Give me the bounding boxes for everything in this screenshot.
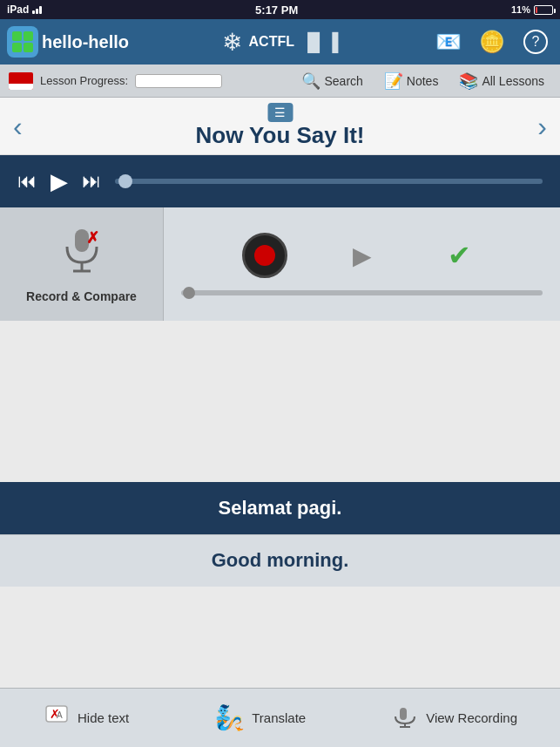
notes-label: Notes [407, 74, 439, 88]
svg-rect-1 [24, 31, 33, 41]
toolbar: Lesson Progress: 0% 🔍 Search 📝 Notes 📚 A… [0, 65, 560, 98]
main-content [0, 321, 560, 482]
audio-track[interactable] [115, 179, 543, 184]
record-controls: ▶ ✔ [164, 207, 560, 321]
progress-bar-wrapper [135, 74, 222, 88]
logo-text: hello-hello [42, 32, 129, 52]
envelope-button[interactable]: 📧 [431, 24, 466, 59]
svg-text:✗: ✗ [86, 229, 99, 247]
menu-icon[interactable]: ☰ [267, 103, 293, 122]
lessons-icon: 📚 [459, 71, 478, 91]
record-slider[interactable] [181, 290, 543, 295]
view-recording-button[interactable]: View Recording [391, 701, 517, 735]
hide-text-button[interactable]: ✗ A Hide text [43, 701, 129, 735]
play-button[interactable]: ▶ [51, 168, 68, 195]
fast-forward-button[interactable]: ⏭ [82, 170, 101, 193]
prev-button[interactable]: ‹ [13, 111, 23, 143]
help-button[interactable]: ? [518, 24, 553, 59]
bars-icon: ▐▌▐ [301, 32, 339, 52]
svg-rect-11 [400, 708, 407, 720]
next-button[interactable]: › [537, 111, 547, 143]
svg-text:A: A [57, 710, 63, 720]
secondary-phrase: Good morning. [212, 549, 349, 572]
record-compare-label: Record & Compare [26, 289, 137, 303]
all-lessons-button[interactable]: 📚 All Lessons [452, 68, 551, 94]
content-header: ☰ ‹ Now You Say It! › [0, 98, 560, 155]
carrier-text: iPad [7, 3, 29, 16]
record-slider-thumb [183, 287, 195, 299]
svg-rect-3 [24, 43, 33, 52]
coins-button[interactable]: 🪙 [475, 24, 509, 59]
search-button[interactable]: 🔍 Search [294, 68, 369, 94]
progress-bar [135, 74, 222, 88]
search-icon: 🔍 [301, 71, 320, 91]
record-button[interactable] [242, 233, 287, 278]
wifi-icon [32, 6, 42, 14]
svg-rect-2 [12, 43, 22, 52]
notes-button[interactable]: 📝 Notes [377, 68, 446, 94]
translate-label: Translate [252, 710, 306, 725]
primary-phrase: Selamat pagi. [219, 497, 342, 520]
snowflake-icon: ❄ [222, 28, 242, 57]
audio-thumb [118, 174, 132, 188]
all-lessons-label: All Lessons [482, 74, 544, 88]
playback-button[interactable]: ▶ [340, 233, 385, 278]
record-compare-panel: ✗ Record & Compare [0, 207, 164, 321]
nav-center: ❄ ACTFL ▐▌▐ [222, 28, 339, 57]
battery-percent: 11% [511, 4, 530, 15]
notes-icon: 📝 [384, 71, 403, 91]
audio-player: ⏮ ▶ ⏭ [0, 155, 560, 207]
lesson-progress-label: Lesson Progress: [40, 74, 128, 87]
primary-phrase-bar: Selamat pagi. [0, 482, 560, 534]
battery-icon [534, 5, 553, 15]
search-label: Search [324, 74, 362, 88]
record-section: ✗ Record & Compare ▶ ✔ [0, 207, 560, 321]
confirm-button[interactable]: ✔ [437, 233, 482, 278]
rewind-button[interactable]: ⏮ [17, 170, 37, 193]
translate-icon: 🧞 [214, 703, 245, 732]
top-nav: hello-hello ❄ ACTFL ▐▌▐ 📧 🪙 ? [0, 19, 560, 65]
bottom-bar: ✗ A Hide text 🧞 Translate View Recording [0, 688, 560, 747]
status-left: iPad [7, 3, 42, 16]
mic-icon: ✗ [60, 226, 104, 284]
status-right: 11% [511, 4, 553, 15]
logo: hello-hello [7, 26, 129, 58]
view-recording-label: View Recording [426, 710, 517, 725]
status-time: 5:17 PM [255, 3, 298, 17]
secondary-phrase-bar: Good morning. [0, 534, 560, 587]
nav-right: 📧 🪙 ? [431, 24, 553, 59]
svg-rect-0 [12, 31, 22, 41]
actfl-label: ACTFL [249, 34, 294, 50]
lesson-flag [9, 72, 33, 90]
translate-button[interactable]: 🧞 Translate [214, 703, 306, 732]
record-buttons: ▶ ✔ [242, 233, 482, 278]
hide-text-label: Hide text [78, 710, 129, 725]
status-bar: iPad 5:17 PM 11% [0, 0, 560, 19]
logo-icon [7, 26, 38, 58]
view-recording-icon [391, 701, 419, 735]
hide-text-icon: ✗ A [43, 701, 71, 735]
